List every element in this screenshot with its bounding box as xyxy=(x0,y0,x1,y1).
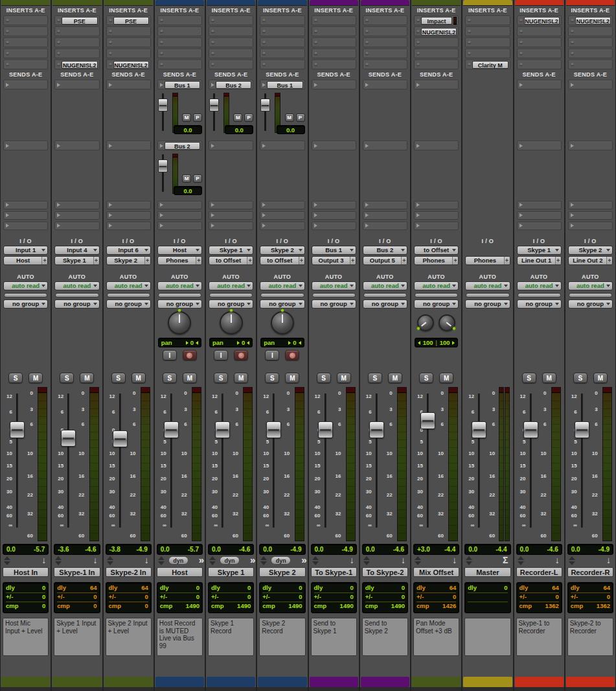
solo-button[interactable]: S xyxy=(8,373,23,383)
solo-button[interactable]: S xyxy=(368,373,382,383)
insert-plugin-button[interactable]: NUGENISL2 xyxy=(575,17,611,25)
input-monitor-button[interactable]: I xyxy=(163,350,177,360)
mute-button[interactable]: M xyxy=(183,373,197,383)
send-slot[interactable] xyxy=(106,211,151,220)
group-color-bar[interactable] xyxy=(415,293,458,298)
group-selector[interactable]: no group xyxy=(3,299,48,309)
insert-slot[interactable]: NUGENISL2 xyxy=(568,16,613,25)
group-color-bar[interactable] xyxy=(518,293,561,298)
sum-icon[interactable]: Σ xyxy=(503,555,508,565)
insert-slot[interactable] xyxy=(517,38,562,47)
send-slot[interactable] xyxy=(157,201,202,209)
insert-slot[interactable] xyxy=(568,49,613,58)
send-level-display[interactable]: 0.0 xyxy=(174,125,202,134)
send-slot[interactable] xyxy=(517,80,562,89)
output-selector[interactable]: Output 5+ xyxy=(363,256,407,265)
volume-display[interactable]: -3.6-4.6 xyxy=(54,544,100,555)
input-selector[interactable]: Bus 2 xyxy=(363,246,407,255)
pan-display[interactable]: 100|100 xyxy=(415,338,458,347)
group-color-bar[interactable] xyxy=(466,293,509,298)
mute-button[interactable]: M xyxy=(29,373,43,383)
send-slot[interactable] xyxy=(106,80,151,89)
send-slot[interactable] xyxy=(106,222,151,230)
insert-slot[interactable] xyxy=(260,60,304,69)
insert-plugin-button[interactable]: NUGENISL2 xyxy=(113,61,149,69)
insert-slot[interactable] xyxy=(260,49,304,58)
insert-slot[interactable] xyxy=(157,27,202,36)
send-slot[interactable]: Bus 2 xyxy=(157,141,202,150)
insert-slot[interactable] xyxy=(414,38,459,47)
insert-slot[interactable] xyxy=(106,27,151,36)
delay-compensation-display[interactable]: dly0+/-0cmp1490 xyxy=(362,582,408,613)
track-name[interactable]: Master xyxy=(464,567,510,577)
input-selector[interactable]: Input 6 xyxy=(106,246,151,255)
insert-slot[interactable]: PSE xyxy=(106,16,151,25)
mute-button[interactable]: M xyxy=(337,373,351,383)
fader-knob[interactable] xyxy=(113,430,128,447)
output-selector[interactable]: Line Out 2+ xyxy=(568,256,613,265)
send-slot[interactable] xyxy=(106,201,151,209)
insert-plugin-button[interactable]: PSE xyxy=(113,17,149,25)
fader-knob[interactable] xyxy=(266,421,281,438)
group-selector[interactable]: no group xyxy=(106,299,151,309)
send-slot[interactable]: Bus 1 xyxy=(157,80,202,89)
volume-display[interactable]: 0.0-4.6 xyxy=(208,544,254,555)
insert-slot[interactable] xyxy=(312,27,356,36)
group-color-bar[interactable] xyxy=(260,293,304,298)
insert-plugin-button[interactable]: NUGENISL2 xyxy=(421,28,457,36)
send-slot[interactable] xyxy=(414,80,459,89)
send-pre-button[interactable]: P xyxy=(244,113,253,122)
insert-slot[interactable] xyxy=(157,38,202,47)
insert-slot[interactable] xyxy=(363,49,407,58)
send-slot[interactable] xyxy=(414,201,459,209)
send-slot[interactable] xyxy=(414,211,459,220)
insert-slot[interactable] xyxy=(414,49,459,58)
send-slot[interactable] xyxy=(568,141,613,150)
send-slot[interactable] xyxy=(568,222,613,230)
insert-slot[interactable] xyxy=(568,27,613,36)
mute-button[interactable]: M xyxy=(285,373,299,383)
record-enable-button[interactable] xyxy=(285,350,299,360)
track-height-arrows[interactable] xyxy=(4,556,10,565)
automation-mode-selector[interactable]: auto read xyxy=(54,281,99,290)
track-height-arrows[interactable] xyxy=(363,556,370,565)
fader-knob[interactable] xyxy=(61,430,76,447)
automation-mode-selector[interactable]: auto read xyxy=(260,281,304,290)
dyn-button[interactable]: dyn xyxy=(271,556,291,565)
volume-display[interactable]: 0.0-4.6 xyxy=(516,544,562,555)
track-name[interactable]: Mix Offset xyxy=(413,567,459,577)
fader-track[interactable] xyxy=(478,393,480,528)
insert-slot[interactable] xyxy=(209,38,253,47)
send-slot[interactable] xyxy=(568,211,613,220)
fader-track[interactable] xyxy=(222,393,223,528)
send-slot[interactable] xyxy=(312,141,356,150)
automation-mode-selector[interactable]: auto read xyxy=(106,281,151,290)
fader-knob[interactable] xyxy=(215,421,230,438)
track-name[interactable]: Recorder-R xyxy=(567,567,613,577)
volume-display[interactable]: 0.0-5.7 xyxy=(3,544,49,555)
insert-slot[interactable] xyxy=(517,27,562,36)
insert-slot[interactable] xyxy=(209,60,253,69)
send-slot[interactable] xyxy=(517,201,562,209)
send-slot[interactable] xyxy=(312,222,356,230)
insert-slot[interactable] xyxy=(260,27,304,36)
group-color-bar[interactable] xyxy=(312,293,356,298)
send-slot[interactable] xyxy=(3,141,48,150)
track-height-arrows[interactable] xyxy=(107,556,113,565)
plugin-window-icon[interactable]: » xyxy=(301,554,305,565)
mute-button[interactable]: M xyxy=(542,373,556,383)
output-selector[interactable]: Phones+ xyxy=(414,256,459,265)
delay-compensation-display[interactable]: dly0+/-0cmp1490 xyxy=(311,582,357,613)
input-selector[interactable]: Bus 1 xyxy=(312,246,356,255)
send-level-display[interactable]: 0.0 xyxy=(277,125,305,134)
fader-track[interactable] xyxy=(376,393,378,528)
delay-compensation-display[interactable]: dly64+/-0cmp0 xyxy=(106,582,152,613)
group-color-bar[interactable] xyxy=(569,293,612,298)
send-slot[interactable] xyxy=(260,201,304,209)
insert-slot[interactable] xyxy=(54,49,99,58)
delay-compensation-display[interactable]: dly64+/-0cmp1426 xyxy=(413,582,459,613)
insert-slot[interactable] xyxy=(260,38,304,47)
send-mute-button[interactable]: M xyxy=(233,113,242,122)
send-assignment-button[interactable]: Bus 2 xyxy=(216,81,251,89)
track-comments[interactable]: Skype-1 to Recorder xyxy=(516,618,562,656)
